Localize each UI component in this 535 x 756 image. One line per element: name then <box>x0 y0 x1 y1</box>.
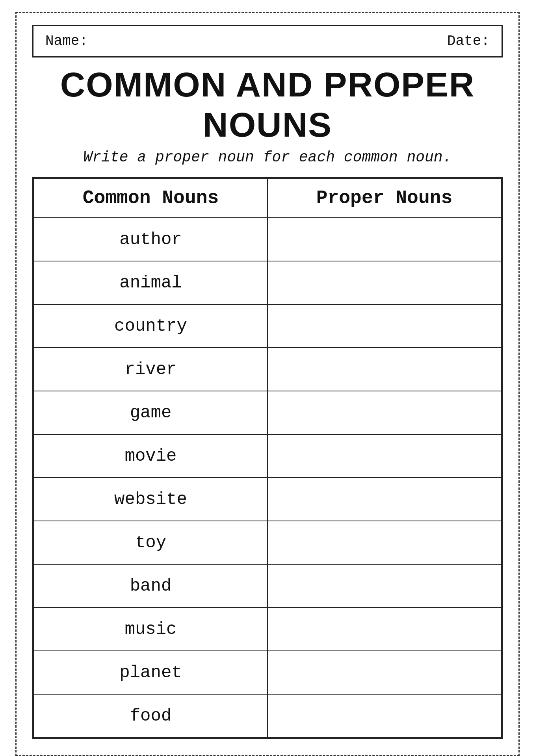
nouns-table: Common Nouns Proper Nouns authoranimalco… <box>33 178 502 738</box>
table-row: toy <box>34 521 501 564</box>
header-box: Name: Date: <box>32 25 503 57</box>
page: Name: Date: COMMON AND PROPER NOUNS Writ… <box>15 12 520 756</box>
table-row: band <box>34 564 501 608</box>
page-title: COMMON AND PROPER NOUNS <box>32 65 503 145</box>
proper-noun-cell[interactable] <box>268 304 501 348</box>
common-noun-cell: animal <box>34 261 268 304</box>
name-label: Name: <box>45 33 88 49</box>
common-noun-cell: music <box>34 608 268 651</box>
table-row: author <box>34 218 501 261</box>
proper-noun-cell[interactable] <box>268 391 501 434</box>
common-noun-cell: website <box>34 478 268 521</box>
common-noun-cell: planet <box>34 651 268 694</box>
proper-noun-cell[interactable] <box>268 478 501 521</box>
proper-noun-cell[interactable] <box>268 694 501 737</box>
table-row: country <box>34 304 501 348</box>
table-container: Common Nouns Proper Nouns authoranimalco… <box>32 177 503 739</box>
date-label: Date: <box>447 33 490 49</box>
table-row: river <box>34 348 501 391</box>
table-row: music <box>34 608 501 651</box>
proper-noun-cell[interactable] <box>268 261 501 304</box>
proper-noun-cell[interactable] <box>268 564 501 608</box>
table-row: planet <box>34 651 501 694</box>
common-noun-cell: band <box>34 564 268 608</box>
common-noun-cell: country <box>34 304 268 348</box>
proper-noun-cell[interactable] <box>268 348 501 391</box>
table-row: animal <box>34 261 501 304</box>
table-row: game <box>34 391 501 434</box>
common-noun-cell: game <box>34 391 268 434</box>
common-noun-cell: author <box>34 218 268 261</box>
common-noun-cell: river <box>34 348 268 391</box>
common-noun-cell: toy <box>34 521 268 564</box>
table-row: website <box>34 478 501 521</box>
common-noun-cell: movie <box>34 434 268 478</box>
table-row: food <box>34 694 501 737</box>
col1-header: Common Nouns <box>34 178 268 218</box>
col2-header: Proper Nouns <box>268 178 501 218</box>
proper-noun-cell[interactable] <box>268 608 501 651</box>
subtitle: Write a proper noun for each common noun… <box>32 149 503 166</box>
common-noun-cell: food <box>34 694 268 737</box>
proper-noun-cell[interactable] <box>268 218 501 261</box>
proper-noun-cell[interactable] <box>268 434 501 478</box>
table-row: movie <box>34 434 501 478</box>
proper-noun-cell[interactable] <box>268 521 501 564</box>
proper-noun-cell[interactable] <box>268 651 501 694</box>
